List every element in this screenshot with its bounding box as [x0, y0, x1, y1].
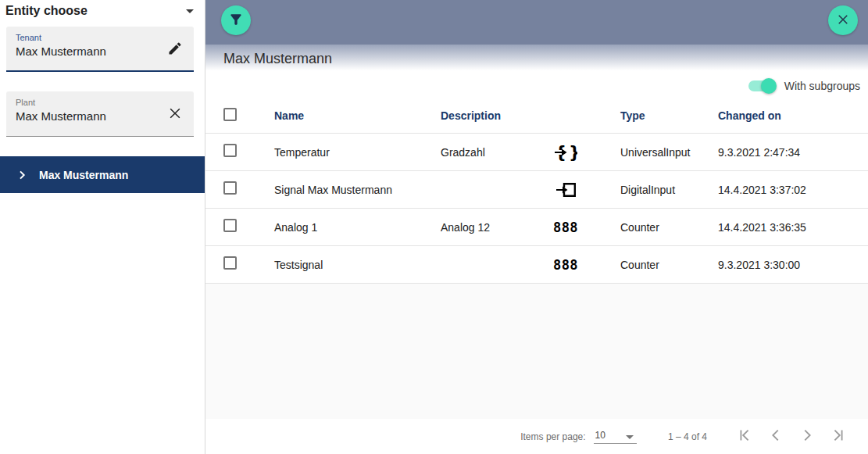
table-row[interactable]: Analog 1 Analog 12 888 Counter 14.4.2021…	[205, 209, 868, 246]
toggle-knob	[761, 78, 777, 94]
next-page-button[interactable]	[791, 421, 823, 452]
paginator: Items per page: 10 1 – 4 of 4	[205, 419, 868, 454]
filter-button[interactable]	[221, 5, 251, 35]
svg-text:}: }	[569, 144, 577, 161]
funnel-icon	[228, 12, 244, 30]
table-row[interactable]: Temperatur Gradzahl {} UniversalInput 9.…	[205, 134, 868, 171]
row-type: UniversalInput	[601, 146, 718, 159]
table-row[interactable]: Signal Max Mustermann DigitalInput 14.4.…	[205, 171, 868, 209]
close-icon	[836, 13, 850, 29]
first-page-icon	[736, 427, 753, 446]
plant-field[interactable]: Plant Max Mustermann	[6, 91, 194, 137]
entity-sidebar: Entity choose Tenant Max Mustermann Plan…	[0, 0, 205, 454]
close-icon	[167, 105, 183, 123]
digital-input-icon	[530, 181, 601, 198]
counter-icon: 888	[530, 220, 601, 235]
panel-header-bar	[205, 0, 868, 45]
chevron-right-icon	[16, 169, 28, 181]
chevron-down-icon	[626, 435, 634, 439]
row-changed-on: 9.3.2021 3:30:00	[718, 259, 868, 271]
select-all-checkbox[interactable]	[223, 108, 237, 121]
table-header-row: Name Description Type Changed on	[205, 98, 868, 134]
plant-field-value: Max Mustermann	[16, 109, 186, 123]
row-changed-on: 9.3.2021 2:47:34	[718, 146, 868, 159]
row-type: Counter	[601, 221, 718, 234]
items-per-page-value: 10	[595, 430, 605, 441]
row-checkbox[interactable]	[223, 144, 237, 157]
row-name: Testsignal	[274, 259, 441, 271]
column-header-type[interactable]: Type	[601, 109, 718, 122]
edit-tenant-button[interactable]	[166, 40, 184, 59]
panel-title: Max Mustermann	[223, 51, 332, 67]
collapse-caret-icon[interactable]	[186, 9, 194, 13]
row-name: Signal Max Mustermann	[274, 184, 441, 196]
page-range-label: 1 – 4 of 4	[668, 431, 707, 442]
row-description: Analog 12	[441, 221, 530, 234]
signals-panel: Max Mustermann With subgroups Name Descr…	[205, 0, 868, 454]
chevron-left-icon	[767, 427, 784, 446]
row-type: DigitalInput	[601, 184, 718, 196]
chevron-right-icon	[798, 427, 816, 446]
last-page-button[interactable]	[823, 421, 854, 452]
with-subgroups-toggle[interactable]	[748, 78, 777, 94]
first-page-button[interactable]	[729, 421, 760, 452]
subgroups-toggle-row: With subgroups	[205, 73, 868, 98]
items-per-page-label: Items per page:	[520, 431, 585, 442]
row-description: Gradzahl	[441, 146, 530, 159]
column-header-description[interactable]: Description	[441, 109, 530, 122]
row-type: Counter	[601, 259, 718, 271]
plant-field-label: Plant	[16, 98, 186, 107]
row-name: Temperatur	[274, 146, 441, 159]
clear-plant-button[interactable]	[166, 105, 184, 123]
row-changed-on: 14.4.2021 3:36:35	[718, 221, 868, 234]
sidebar-item-label: Max Mustermann	[39, 169, 128, 181]
tenant-field-value: Max Mustermann	[16, 45, 186, 58]
previous-page-button[interactable]	[760, 421, 791, 452]
app-window: Entity choose Tenant Max Mustermann Plan…	[0, 0, 868, 454]
column-header-name[interactable]: Name	[274, 109, 441, 122]
close-panel-button[interactable]	[828, 5, 858, 35]
tenant-field-label: Tenant	[16, 33, 186, 42]
column-header-changed-on[interactable]: Changed on	[718, 109, 868, 122]
sidebar-title: Entity choose	[5, 4, 88, 18]
tenant-field[interactable]: Tenant Max Mustermann	[6, 27, 194, 72]
panel-title-strip: Max Mustermann	[205, 45, 868, 73]
pencil-icon	[167, 41, 183, 59]
table-row[interactable]: Testsignal 888 Counter 9.3.2021 3:30:00	[205, 246, 868, 284]
row-checkbox[interactable]	[223, 181, 237, 195]
with-subgroups-label: With subgroups	[784, 80, 860, 92]
table-body: Temperatur Gradzahl {} UniversalInput 9.…	[205, 134, 868, 284]
table-empty-area	[205, 284, 868, 419]
sidebar-item-max-mustermann[interactable]: Max Mustermann	[0, 156, 205, 193]
last-page-icon	[830, 427, 847, 446]
universal-input-icon: {}	[530, 144, 601, 161]
row-changed-on: 14.4.2021 3:37:02	[718, 184, 868, 196]
row-name: Analog 1	[274, 221, 441, 234]
counter-icon: 888	[530, 257, 601, 273]
row-checkbox[interactable]	[223, 256, 237, 270]
items-per-page-select[interactable]: 10	[594, 430, 637, 444]
row-checkbox[interactable]	[223, 219, 237, 232]
